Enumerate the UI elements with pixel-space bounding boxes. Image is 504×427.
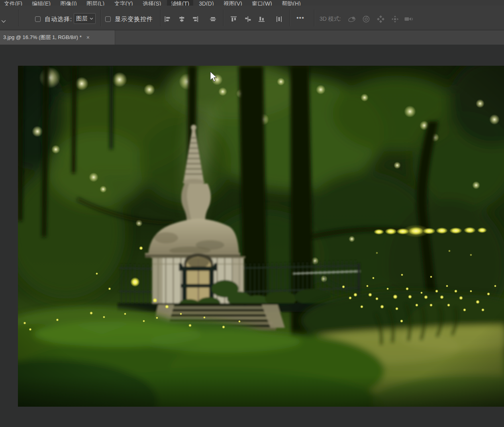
tab-close-icon[interactable]: × bbox=[86, 35, 90, 40]
menu-item-layer[interactable]: 图层(L) bbox=[82, 0, 108, 6]
menu-item-type[interactable]: 文字(Y) bbox=[110, 0, 137, 6]
align-horizontal-centers-icon[interactable] bbox=[178, 16, 185, 24]
menu-bar: 文件(F) 编辑(E) 图像(I) 图层(L) 文字(Y) 选择(S) 滤镜(T… bbox=[0, 0, 504, 6]
mouse-cursor bbox=[210, 71, 218, 85]
menu-item-image[interactable]: 图像(I) bbox=[56, 0, 80, 6]
align-bottom-edges-icon[interactable] bbox=[258, 16, 265, 24]
mode-3d-label: 3D 模式: bbox=[320, 16, 341, 23]
document-tab-title: 3.jpg @ 16.7% (图层 1, RGB/8#) * bbox=[3, 34, 82, 41]
align-vertical-centers-icon[interactable] bbox=[245, 16, 251, 24]
separator bbox=[223, 10, 224, 26]
align-top-edges-icon[interactable] bbox=[230, 16, 237, 24]
menu-item-edit[interactable]: 编辑(E) bbox=[28, 0, 55, 6]
auto-select-target-dropdown[interactable]: 图层 bbox=[74, 13, 96, 24]
vignette bbox=[18, 66, 504, 407]
show-transform-checkbox[interactable] bbox=[105, 16, 111, 22]
align-right-edges-icon[interactable] bbox=[192, 16, 199, 24]
auto-select-checkbox[interactable] bbox=[35, 16, 41, 22]
menu-item-help[interactable]: 帮助(H) bbox=[278, 0, 304, 6]
menu-item-filter[interactable]: 滤镜(T) bbox=[167, 0, 193, 6]
3d-roll-icon[interactable] bbox=[362, 15, 371, 25]
tool-preset-chevron-icon[interactable] bbox=[1, 18, 6, 25]
more-align-options-button[interactable]: ••• bbox=[296, 14, 304, 22]
distribute-horizontal-centers-icon[interactable] bbox=[276, 16, 282, 24]
menu-item-view[interactable]: 视图(V) bbox=[220, 0, 246, 6]
separator bbox=[314, 10, 314, 26]
chevron-down-icon bbox=[90, 18, 93, 20]
separator bbox=[160, 10, 161, 26]
show-transform-label: 显示变换控件 bbox=[115, 16, 153, 23]
canvas-pasteboard[interactable] bbox=[0, 45, 504, 427]
3d-pan-icon[interactable] bbox=[376, 15, 386, 25]
menu-item-window[interactable]: 窗口(W) bbox=[248, 0, 276, 6]
distribute-vertical-centers-icon[interactable] bbox=[210, 16, 216, 24]
forest-stupa-photo bbox=[18, 66, 504, 407]
separator bbox=[100, 10, 101, 26]
auto-select-target-value: 图层 bbox=[76, 15, 88, 22]
separator bbox=[19, 10, 19, 26]
auto-select-label: 自动选择: bbox=[45, 16, 72, 23]
separator bbox=[289, 10, 290, 26]
document-tab[interactable]: 3.jpg @ 16.7% (图层 1, RGB/8#) * × bbox=[0, 30, 115, 45]
3d-camera-icon[interactable] bbox=[404, 15, 414, 25]
document-image[interactable] bbox=[18, 66, 504, 407]
menu-item-3d[interactable]: 3D(D) bbox=[195, 0, 218, 6]
3d-slide-icon[interactable] bbox=[390, 15, 400, 25]
document-tab-bar: 3.jpg @ 16.7% (图层 1, RGB/8#) * × bbox=[0, 30, 504, 45]
3d-orbit-icon[interactable] bbox=[347, 15, 357, 25]
align-left-edges-icon[interactable] bbox=[164, 16, 171, 24]
menu-item-file[interactable]: 文件(F) bbox=[0, 0, 26, 6]
menu-item-select[interactable]: 选择(S) bbox=[139, 0, 165, 6]
tool-options-bar: 自动选择: 图层 显示变换控件 ••• 3D 模式: bbox=[0, 6, 504, 30]
